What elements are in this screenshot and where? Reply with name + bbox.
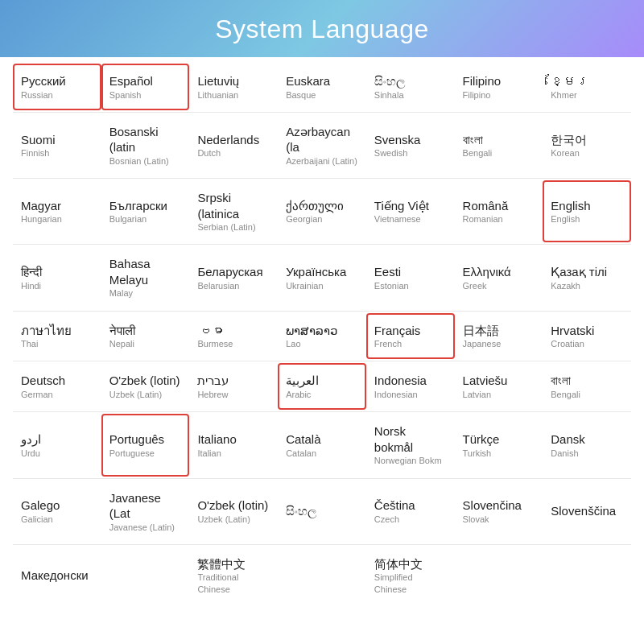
language-item[interactable]: Tiếng ViệtVietnamese	[366, 180, 455, 242]
language-item[interactable]: Bahasa MelayuMalay	[101, 246, 190, 308]
language-native-name: ខ្មែរ	[551, 73, 623, 89]
language-item[interactable]: Slovenščina	[543, 481, 631, 543]
language-item[interactable]: SlovenčinaSlovak	[455, 481, 543, 543]
language-item[interactable]: MagyarHungarian	[13, 180, 101, 242]
language-item[interactable]: TürkçeTurkish	[455, 414, 543, 476]
language-item[interactable]: БългарскиBulgarian	[101, 180, 190, 242]
language-item[interactable]: FrançaisFrench	[366, 313, 455, 360]
language-native-name: Bahasa Melayu	[109, 256, 182, 287]
language-item[interactable]: ภาษาไทยThai	[13, 313, 101, 360]
language-item[interactable]: ČeštinaCzech	[366, 481, 455, 543]
language-english-name: Turkish	[463, 448, 535, 459]
language-english-name: Danish	[551, 448, 623, 459]
language-item[interactable]	[543, 547, 631, 605]
language-item[interactable]: සිංහලSinhala	[366, 64, 455, 110]
language-item[interactable]: SuomiFinnish	[13, 114, 101, 176]
language-native-name: Русский	[21, 73, 93, 89]
language-item[interactable]: 日本語Japanese	[455, 313, 543, 360]
language-native-name: Italiano	[197, 431, 270, 448]
language-item[interactable]: العربيةArabic	[278, 363, 366, 410]
language-english-name: Portuguese	[109, 448, 182, 459]
language-native-name: Nederlands	[197, 132, 270, 148]
language-english-name: Serbian (Latin)	[197, 221, 270, 233]
language-native-name: हिन्दी	[21, 264, 93, 280]
language-item[interactable]: CatalàCatalan	[278, 414, 366, 476]
language-item[interactable]: ItalianoItalian	[189, 414, 278, 476]
language-item[interactable]: ខ្មែរKhmer	[543, 64, 631, 110]
language-item[interactable]: DanskDanish	[543, 414, 631, 476]
language-item[interactable]: БеларускаяBelarusian	[189, 246, 278, 308]
language-item[interactable]: O'zbek (lotin)Uzbek (Latin)	[101, 363, 190, 410]
language-item[interactable]: HrvatskiCroatian	[543, 313, 631, 360]
language-item[interactable]: 简体中文Simplified Chinese	[366, 547, 455, 605]
language-native-name: বাংলা	[463, 132, 535, 148]
language-item[interactable]	[455, 547, 543, 605]
language-native-name: Français	[374, 323, 447, 339]
language-native-name: 한국어	[551, 132, 623, 148]
language-native-name: 繁體中文	[197, 556, 270, 572]
language-native-name: Filipino	[463, 73, 535, 89]
language-item[interactable]: PortuguêsPortuguese	[101, 414, 190, 476]
row-divider	[13, 178, 631, 179]
language-item[interactable]: NederlandsDutch	[189, 114, 278, 176]
language-item[interactable]: বাংলাBengali	[543, 363, 631, 410]
language-item[interactable]: EspañolSpanish	[101, 64, 190, 110]
language-english-name: Javanese (Latin)	[109, 522, 182, 533]
language-item[interactable]: SvenskaSwedish	[366, 114, 455, 176]
language-item[interactable]: IndonesiaIndonesian	[366, 363, 455, 410]
row-divider	[13, 112, 631, 113]
language-item[interactable]: EestiEstonian	[366, 246, 455, 308]
language-item[interactable]: EnglishEnglish	[543, 180, 631, 242]
language-item[interactable]: Norsk bokmålNorwegian Bokm	[366, 414, 455, 476]
language-item[interactable]	[101, 547, 190, 605]
row-divider	[13, 311, 631, 312]
language-item[interactable]: Bosanski (latinBosnian (Latin)	[101, 114, 190, 176]
language-native-name: Deutsch	[21, 373, 93, 389]
language-item[interactable]: 繁體中文Traditional Chinese	[189, 547, 278, 605]
language-native-name: Magyar	[21, 198, 93, 214]
language-item[interactable]: LatviešuLatvian	[455, 363, 543, 410]
page-title: System Language	[215, 14, 428, 43]
language-item[interactable]: ພາສາລາວLao	[278, 313, 366, 360]
language-item[interactable]: Srpski (latinicaSerbian (Latin)	[189, 180, 278, 242]
language-item[interactable]: नेपालीNepali	[101, 313, 190, 360]
language-english-name: Traditional Chinese	[197, 572, 270, 595]
language-item[interactable]: اردوUrdu	[13, 414, 101, 476]
language-item[interactable]: Javanese (LatJavanese (Latin)	[101, 481, 190, 543]
language-item[interactable]: 한국어Korean	[543, 114, 631, 176]
language-english-name: Khmer	[551, 89, 623, 101]
language-item[interactable]	[278, 547, 366, 605]
language-item[interactable]: УкраїнськаUkrainian	[278, 246, 366, 308]
language-english-name: Czech	[374, 514, 447, 525]
language-item[interactable]: हिन्दीHindi	[13, 246, 101, 308]
language-english-name: Hindi	[21, 280, 93, 291]
language-native-name: עברית	[197, 373, 270, 389]
language-item[interactable]: සිංහල	[278, 481, 366, 543]
language-item[interactable]: RomânăRomanian	[455, 180, 543, 242]
language-english-name: German	[21, 389, 93, 400]
language-item[interactable]: DeutschGerman	[13, 363, 101, 410]
language-item[interactable]: ဗမာBurmese	[189, 313, 278, 360]
language-item[interactable]: Қазақ тіліKazakh	[543, 246, 631, 308]
language-item[interactable]: FilipinoFilipino	[455, 64, 543, 110]
language-item[interactable]: GalegoGalician	[13, 481, 101, 543]
language-english-name: Norwegian Bokm	[374, 455, 447, 466]
language-item[interactable]: ქართულიGeorgian	[278, 180, 366, 242]
language-item[interactable]: Македонски	[13, 547, 101, 605]
language-english-name: Burmese	[197, 338, 270, 349]
language-native-name: Hrvatski	[551, 323, 623, 339]
language-item[interactable]: O'zbek (lotin)Uzbek (Latin)	[189, 481, 278, 543]
row-divider	[13, 478, 631, 479]
language-english-name: Uzbek (Latin)	[197, 514, 270, 525]
language-item[interactable]: ΕλληνικάGreek	[455, 246, 543, 308]
language-item[interactable]: Azərbaycan (laAzerbaijani (Latin)	[278, 114, 366, 176]
language-english-name: Sinhala	[374, 89, 447, 101]
language-native-name: Azərbaycan (la	[286, 124, 358, 155]
language-english-name: Hebrew	[197, 389, 270, 400]
language-item[interactable]: বাংলাBengali	[455, 114, 543, 176]
language-native-name: Қазақ тілі	[551, 264, 623, 280]
language-item[interactable]: LietuviųLithuanian	[189, 64, 278, 110]
language-item[interactable]: עבריתHebrew	[189, 363, 278, 410]
language-item[interactable]: РусскийRussian	[13, 64, 101, 110]
language-item[interactable]: EuskaraBasque	[278, 64, 366, 110]
